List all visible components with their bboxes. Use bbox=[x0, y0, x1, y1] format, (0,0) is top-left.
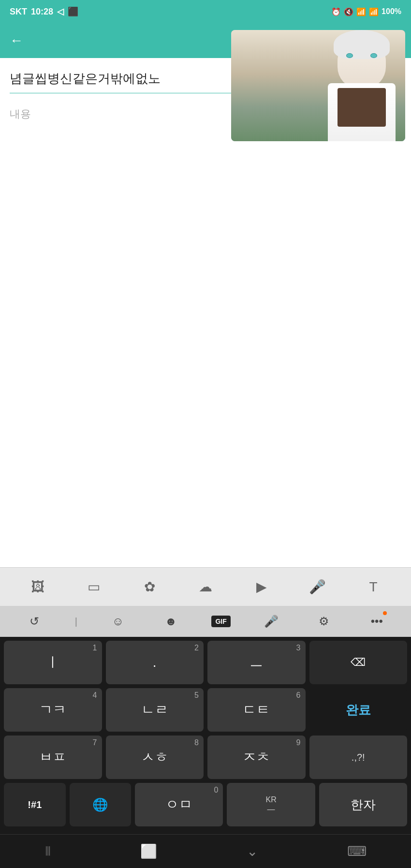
keyboard-row-4: !#1 🌐 0 ㅇㅁ KR ― 한자 bbox=[4, 783, 407, 826]
video-icon[interactable]: ▭ bbox=[82, 575, 106, 599]
character-body bbox=[328, 83, 396, 141]
key-period[interactable]: 2 . bbox=[106, 641, 204, 684]
back-status-icon: ◁ bbox=[57, 6, 64, 17]
alarm-icon: ⏰ bbox=[331, 7, 341, 16]
separator: | bbox=[75, 616, 77, 627]
gif-toolbar-icon[interactable]: ✿ bbox=[137, 575, 161, 599]
home-icon[interactable]: ⬜ bbox=[140, 843, 157, 859]
symbols-key[interactable]: !#1 bbox=[4, 783, 66, 826]
toolbar: 🖼 ▭ ✿ ☁ ▶ 🎤 T bbox=[0, 567, 411, 606]
mic-keyboard-icon[interactable]: 🎤 bbox=[259, 609, 283, 633]
status-right: ⏰ 🔇 📶 📶 100% bbox=[331, 7, 401, 16]
key-jc[interactable]: 9 ㅈㅊ bbox=[207, 736, 306, 779]
nav-bar: ⫴ ⬜ ⌄ ⌨ bbox=[0, 834, 411, 868]
key-vowel-i[interactable]: 1 ㅣ bbox=[4, 641, 102, 684]
keyboard-row-3: 7 ㅂㅍ 8 ㅅㅎ 9 ㅈㅊ .,?! bbox=[4, 736, 407, 779]
anime-character bbox=[318, 35, 405, 141]
time-label: 10:28 bbox=[31, 7, 53, 17]
emoji-icon[interactable]: ☺ bbox=[106, 609, 130, 633]
character-eye-left bbox=[346, 53, 353, 58]
empty-content-area[interactable] bbox=[0, 134, 411, 567]
main-scroll: 념글씹병신같은거밖에없노 내용 🖼 ▭ ✿ ☁ ▶ 🎤 T ↺ | ☺ ☻ GI… bbox=[0, 58, 411, 868]
key-vowel-eu[interactable]: 3 ㅡ bbox=[207, 641, 306, 684]
carrier-label: SKT bbox=[10, 7, 27, 17]
key-nr[interactable]: 5 ㄴㄹ bbox=[106, 688, 204, 732]
keyboard-icon[interactable]: ⌨ bbox=[347, 843, 367, 859]
image-icon[interactable]: 🖼 bbox=[26, 575, 50, 599]
youtube-icon[interactable]: ▶ bbox=[250, 575, 274, 599]
silent-icon: 🔇 bbox=[344, 7, 353, 16]
key-gk[interactable]: 4 ㄱㅋ bbox=[4, 688, 102, 732]
battery-label: 100% bbox=[382, 7, 401, 16]
text-icon[interactable]: T bbox=[361, 575, 385, 599]
punctuation-key[interactable]: .,?! bbox=[309, 736, 408, 779]
back-button[interactable]: ← bbox=[10, 33, 23, 48]
more-keyboard-icon[interactable]: ••• bbox=[365, 609, 389, 633]
key-sh[interactable]: 8 ㅅㅎ bbox=[106, 736, 204, 779]
cloud-icon[interactable]: ☁ bbox=[193, 575, 218, 599]
character-vest bbox=[338, 88, 386, 127]
signal-icon: 📶 bbox=[369, 7, 379, 16]
key-bp[interactable]: 7 ㅂㅍ bbox=[4, 736, 102, 779]
mic-toolbar-icon[interactable]: 🎤 bbox=[305, 575, 329, 599]
sticker-icon[interactable]: ☻ bbox=[159, 609, 183, 633]
status-left: SKT 10:28 ◁ ⬛ bbox=[10, 6, 78, 17]
recent-apps-icon[interactable]: ⫴ bbox=[45, 843, 51, 859]
character-eyes bbox=[346, 53, 377, 58]
language-kr-key[interactable]: KR ― bbox=[227, 783, 315, 826]
body-placeholder: 내용 bbox=[10, 107, 31, 121]
character-overlay[interactable] bbox=[231, 30, 405, 141]
wifi-icon: 📶 bbox=[356, 7, 366, 16]
back-nav-icon[interactable]: ⌄ bbox=[247, 843, 258, 859]
gif-keyboard-button[interactable]: GIF bbox=[211, 616, 230, 627]
character-head bbox=[338, 35, 386, 88]
keyboard-row-2: 4 ㄱㅋ 5 ㄴㄹ 6 ㄷㅌ 완료 bbox=[4, 688, 407, 732]
keyboard-row-1: 1 ㅣ 2 . 3 ㅡ ⌫ bbox=[4, 641, 407, 684]
hanja-key[interactable]: 한자 bbox=[319, 783, 407, 826]
key-om[interactable]: 0 ㅇㅁ bbox=[135, 783, 223, 826]
globe-key[interactable]: 🌐 bbox=[70, 783, 132, 826]
character-eye-right bbox=[370, 53, 377, 58]
status-bar: SKT 10:28 ◁ ⬛ ⏰ 🔇 📶 📶 100% bbox=[0, 0, 411, 23]
notification-icon: ⬛ bbox=[68, 6, 78, 17]
backspace-key[interactable]: ⌫ bbox=[309, 641, 408, 684]
settings-icon[interactable]: ⚙ bbox=[312, 609, 336, 633]
rotate-icon[interactable]: ↺ bbox=[22, 609, 46, 633]
keyboard: 1 ㅣ 2 . 3 ㅡ ⌫ 4 ㄱㅋ 5 ㄴㄹ 6 bbox=[0, 637, 411, 834]
keyboard-top-bar: ↺ | ☺ ☻ GIF 🎤 ⚙ ••• bbox=[0, 606, 411, 637]
complete-key[interactable]: 완료 bbox=[309, 688, 408, 732]
key-dt[interactable]: 6 ㄷㅌ bbox=[207, 688, 306, 732]
